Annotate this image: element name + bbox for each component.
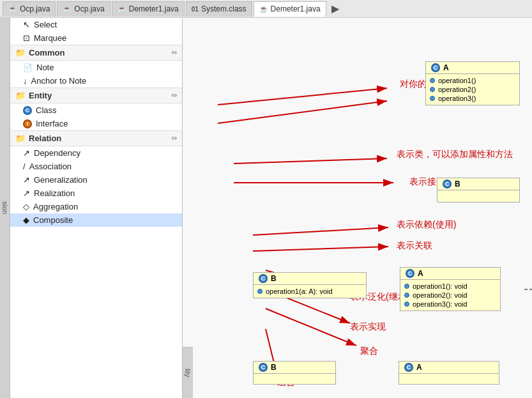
tab-1-icon: ☕	[63, 5, 72, 13]
annotation-association: 表示关联	[397, 240, 432, 252]
tab-more-button[interactable]: ▶	[328, 1, 343, 16]
class-icon-b-mid: C	[259, 274, 268, 283]
class-item[interactable]: C Class	[10, 103, 182, 117]
section-common-pin: ⇔	[171, 49, 177, 57]
tab-2-icon: ☕	[118, 5, 126, 13]
realization-icon: ↗	[23, 188, 30, 198]
tab-2[interactable]: ☕ Demeter1.java	[112, 1, 185, 17]
interface-icon: I	[23, 119, 32, 128]
tab-3-label: System.class	[201, 4, 247, 13]
main-layout: sion ↖ Select ⊡ Marquee 📁 Common ⇔ 📄 Not…	[0, 18, 532, 398]
tab-0[interactable]: ☕ Ocp.java	[3, 1, 56, 17]
method-text-am-3: operation3(): void	[413, 300, 467, 308]
tab-2-label: Demeter1.java	[129, 4, 179, 13]
uml-box-a-top-body: operation1() operation2() operation3()	[426, 74, 519, 105]
svg-line-2	[218, 88, 387, 105]
bottom-label: lity	[183, 347, 193, 398]
svg-line-10	[266, 309, 356, 346]
uml-box-a-mid-title: A	[418, 269, 423, 278]
class-icon-a-bot: C	[404, 363, 413, 372]
marquee-tool[interactable]: ⊡ Marquee	[10, 31, 182, 45]
uml-box-a-bot-body	[399, 374, 499, 384]
method-dot-am-2	[404, 293, 409, 298]
dependency-item[interactable]: ↗ Dependency	[10, 146, 182, 160]
uml-box-b-bot-title: B	[271, 363, 277, 372]
annotation-realization: 表示实现	[350, 321, 386, 333]
uml-box-b-top-body	[437, 190, 519, 202]
interface-item[interactable]: I Interface	[10, 117, 182, 130]
section-common[interactable]: 📁 Common ⇔	[10, 45, 182, 61]
uml-box-b-top-title: B	[455, 180, 460, 188]
uml-method-am-1: operation1(): void	[404, 282, 496, 291]
uml-box-a-bot[interactable]: C A	[399, 361, 499, 385]
tab-4-label: Demeter1.java	[271, 4, 321, 13]
side-label-text: sion	[1, 201, 9, 214]
aggregation-item[interactable]: ◇ Aggregation	[10, 200, 182, 213]
method-text-a1: operation1()	[438, 77, 476, 84]
note-item[interactable]: 📄 Note	[10, 61, 182, 74]
annotation-class: 表示类，可以添加属性和方法	[397, 149, 513, 160]
method-text-am-1: operation1(): void	[413, 282, 467, 290]
association-label: Association	[29, 162, 72, 171]
tab-4[interactable]: ☕ Demeter1.java	[254, 1, 326, 17]
select-tool[interactable]: ↖ Select	[10, 18, 182, 31]
aggregation-label: Aggregation	[33, 202, 78, 211]
class-icon-a-mid: C	[406, 269, 414, 278]
section-common-icon: 📁	[15, 48, 26, 57]
uml-box-b-bot-header: C B	[254, 362, 335, 374]
uml-box-b-top[interactable]: C B	[437, 178, 520, 203]
canvas-area[interactable]: 对你的UML图进行注释 表示类，可以添加属性和方法 表示接口 表示依赖(使用) …	[183, 18, 532, 398]
side-label: sion	[0, 18, 10, 398]
palette-panel: ↖ Select ⊡ Marquee 📁 Common ⇔ 📄 Note ↓ A…	[10, 18, 183, 398]
uml-box-a-mid-header: C A	[400, 268, 500, 280]
class-icon-b-bot: C	[259, 363, 268, 372]
uml-box-a-mid-body: operation1(): void operation2(): void op…	[400, 280, 500, 310]
anchor-icon: ↓	[23, 76, 27, 86]
dependency-icon: ↗	[23, 148, 30, 158]
uml-box-b-mid[interactable]: C B operation1(a: A): void	[253, 272, 367, 298]
generalization-label: Generalization	[34, 175, 87, 185]
tab-3[interactable]: 01 System.class	[186, 1, 252, 17]
class-icon-b-top: C	[443, 180, 452, 188]
method-text-a3: operation3()	[438, 95, 476, 102]
section-entity-title: Entity	[29, 91, 52, 100]
composite-icon: ◆	[23, 215, 29, 225]
dependency-label: Dependency	[34, 148, 80, 158]
composite-label: Composite	[33, 215, 73, 225]
uml-box-a-top[interactable]: C A operation1() operation2() operation3…	[425, 61, 520, 105]
method-text-a2: operation2()	[438, 86, 476, 93]
class-label: Class	[36, 105, 57, 115]
select-icon: ↖	[23, 20, 30, 29]
method-dot-am-3	[404, 302, 409, 307]
uml-box-a-mid[interactable]: C A operation1(): void operation2(): voi…	[400, 267, 501, 311]
uml-method-b-mid-1: operation1(a: A): void	[257, 287, 362, 296]
anchor-to-note-item[interactable]: ↓ Anchor to Note	[10, 74, 182, 88]
method-dot-a2	[430, 87, 435, 92]
tab-0-label: Ocp.java	[20, 4, 50, 13]
uml-box-b-bot-body	[254, 374, 335, 384]
tab-1[interactable]: ☕ Ocp.java	[57, 1, 110, 17]
svg-line-3	[218, 101, 387, 123]
generalization-item[interactable]: ↗ Generalization	[10, 173, 182, 187]
svg-line-6	[253, 227, 388, 235]
method-dot-a3	[430, 96, 435, 101]
class-icon-a-top: C	[431, 63, 440, 72]
uml-box-b-top-header: C B	[437, 178, 519, 190]
composite-item[interactable]: ◆ Composite	[10, 213, 182, 227]
tab-3-icon: 01	[192, 6, 199, 13]
uml-box-a-top-title: A	[443, 63, 449, 72]
uml-box-b-bot[interactable]: C B	[253, 361, 336, 385]
marquee-label: Marquee	[34, 33, 66, 43]
tab-bar: ☕ Ocp.java ☕ Ocp.java ☕ Demeter1.java 01…	[0, 0, 532, 18]
generalization-icon: ↗	[23, 175, 30, 185]
association-item[interactable]: / Association	[10, 160, 182, 173]
select-label: Select	[34, 20, 57, 29]
uml-method-am-3: operation3(): void	[404, 300, 496, 309]
method-dot-a1	[430, 78, 435, 83]
section-entity[interactable]: 📁 Entity ⇔	[10, 88, 182, 103]
section-relation-title: Relation	[29, 134, 61, 143]
section-relation[interactable]: 📁 Relation ⇔	[10, 130, 182, 146]
uml-box-b-mid-body: operation1(a: A): void	[254, 285, 366, 298]
uml-box-a-top-header: C A	[426, 62, 519, 74]
realization-item[interactable]: ↗ Realization	[10, 187, 182, 200]
